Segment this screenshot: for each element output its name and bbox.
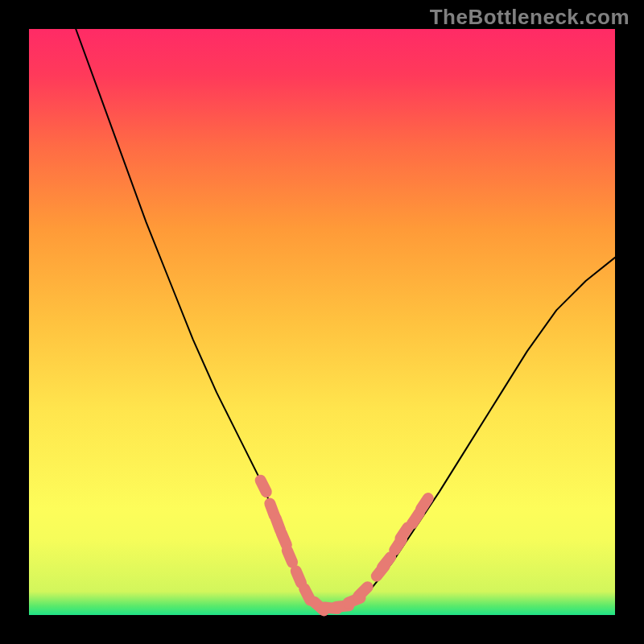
curve-marker bbox=[296, 571, 301, 583]
curve-marker bbox=[287, 551, 292, 563]
attribution-watermark: TheBottleneck.com bbox=[430, 5, 630, 30]
curve-marker bbox=[401, 527, 408, 538]
curve-marker bbox=[421, 498, 428, 509]
curve-svg bbox=[29, 29, 615, 615]
curve-marker bbox=[358, 587, 367, 596]
curve-markers bbox=[261, 481, 428, 611]
curve-marker bbox=[382, 557, 390, 568]
curve-marker bbox=[261, 481, 266, 492]
curve-marker bbox=[412, 513, 419, 523]
plot-area bbox=[29, 29, 615, 615]
bottleneck-curve bbox=[76, 29, 615, 609]
chart-frame: TheBottleneck.com bbox=[0, 0, 644, 644]
curve-marker bbox=[304, 588, 310, 600]
curve-marker bbox=[282, 533, 287, 545]
